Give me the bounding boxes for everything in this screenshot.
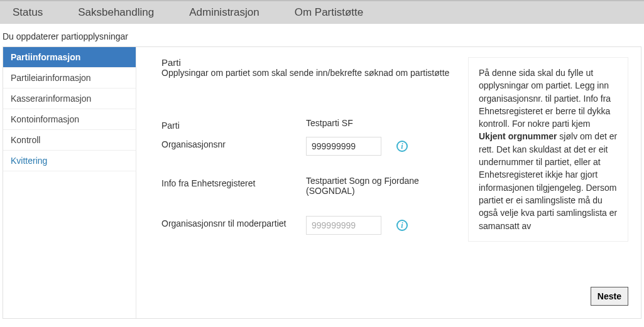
label-parti: Parti bbox=[161, 118, 306, 131]
help-text-2: sjølv om det er rett. Det kan skuldast a… bbox=[479, 131, 617, 230]
help-bold: Ukjent orgnummer bbox=[479, 131, 557, 141]
info-icon[interactable]: i bbox=[396, 141, 408, 152]
content: Parti Opplysingar om partiet som skal se… bbox=[136, 47, 641, 318]
nav-item-administrasjon[interactable]: Administrasjon bbox=[182, 4, 267, 21]
value-enreg: Testpartiet Sogn og Fjordane (SOGNDAL) bbox=[306, 176, 450, 196]
input-parent-orgnr[interactable] bbox=[306, 216, 381, 235]
nav-item-om-partistotte[interactable]: Om Partistøtte bbox=[287, 4, 371, 21]
sidebar: Partiinformasjon Partileiarinformasjon K… bbox=[3, 47, 136, 318]
section-subtitle: Opplysingar om partiet som skal sende in… bbox=[161, 68, 450, 78]
row-parent-orgnr: Organisasjonsnr til moderpartiet i bbox=[161, 216, 450, 235]
main-container: Partiinformasjon Partileiarinformasjon K… bbox=[3, 46, 641, 319]
row-orgnr: Organisasjonsnr i bbox=[161, 137, 450, 156]
input-orgnr[interactable] bbox=[306, 137, 381, 156]
label-parent-orgnr: Organisasjonsnr til moderpartiet bbox=[161, 216, 306, 228]
breadcrumb: Du oppdaterer partiopplysningar bbox=[0, 24, 644, 46]
sidebar-item-kontroll[interactable]: Kontroll bbox=[3, 130, 136, 151]
nav-item-status[interactable]: Status bbox=[5, 4, 50, 21]
top-nav: Status Saksbehandling Administrasjon Om … bbox=[0, 0, 644, 24]
row-enreg: Info fra Enhetsregisteret Testpartiet So… bbox=[161, 176, 450, 196]
row-parti: Parti Testparti SF bbox=[161, 118, 450, 131]
sidebar-item-kasserarinformasjon[interactable]: Kasserarinformasjon bbox=[3, 88, 136, 109]
label-enreg: Info fra Enhetsregisteret bbox=[161, 176, 306, 188]
sidebar-item-kvittering[interactable]: Kvittering bbox=[3, 151, 136, 171]
value-parent-orgnr-wrapper: i bbox=[306, 216, 450, 235]
label-orgnr: Organisasjonsnr bbox=[161, 137, 306, 149]
section-title: Parti bbox=[161, 57, 450, 68]
nav-item-saksbehandling[interactable]: Saksbehandling bbox=[70, 4, 161, 21]
info-icon[interactable]: i bbox=[396, 220, 408, 231]
value-parti: Testparti SF bbox=[306, 118, 450, 128]
sidebar-item-kontoinformasjon[interactable]: Kontoinformasjon bbox=[3, 109, 136, 130]
help-panel: På denne sida skal du fylle ut opplysnin… bbox=[468, 57, 628, 242]
section-header: Parti Opplysingar om partiet som skal se… bbox=[161, 57, 450, 78]
sidebar-item-partileiarinformasjon[interactable]: Partileiarinformasjon bbox=[3, 68, 136, 88]
sidebar-item-partiinformasjon[interactable]: Partiinformasjon bbox=[3, 47, 136, 68]
value-orgnr-wrapper: i bbox=[306, 137, 450, 156]
form-column: Parti Opplysingar om partiet som skal se… bbox=[161, 57, 450, 242]
help-text-1: På denne sida skal du fylle ut opplysnin… bbox=[479, 68, 611, 129]
button-row: Neste bbox=[161, 287, 628, 306]
next-button[interactable]: Neste bbox=[591, 287, 628, 306]
